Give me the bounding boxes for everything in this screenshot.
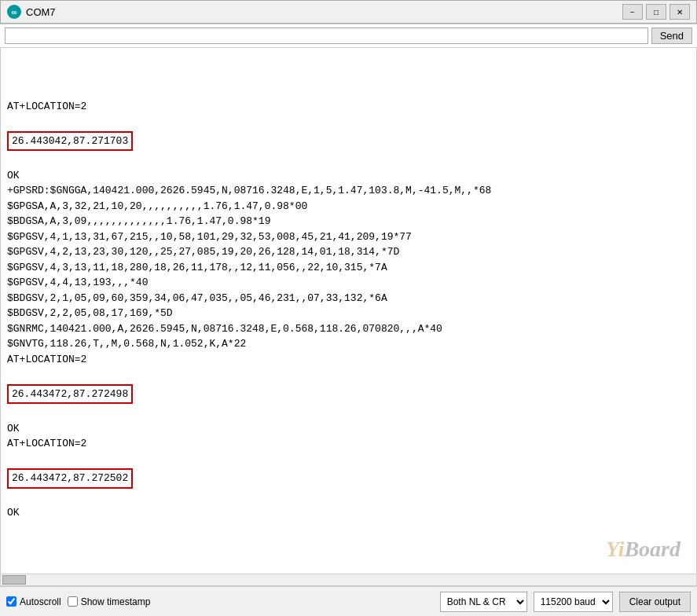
minimize-button[interactable]: −: [622, 4, 643, 20]
output-line: OK: [7, 168, 690, 184]
send-button[interactable]: Send: [651, 28, 692, 44]
clear-output-button[interactable]: Clear output: [619, 592, 691, 612]
autoscroll-label[interactable]: Autoscroll: [6, 596, 61, 607]
maximize-button[interactable]: □: [646, 4, 666, 20]
output-line: $GPGSV,4,2,13,23,30,120,,25,27,085,19,20…: [7, 244, 690, 260]
output-line: $GPGSV,4,1,13,31,67,215,,10,58,101,29,32…: [7, 229, 690, 245]
output-line: [7, 114, 690, 130]
output-line: $GPGSV,4,3,13,11,18,280,18,26,11,178,,12…: [7, 260, 690, 276]
close-button[interactable]: ✕: [669, 4, 690, 20]
title-bar-left: ∞ COM7: [7, 5, 56, 19]
output-line: +GPSRD:$GNGGA,140421.000,2626.5945,N,087…: [7, 183, 690, 199]
arduino-logo-icon: ∞: [7, 5, 21, 19]
serial-output: AT+LOCATION=2 26.443042,87.271703 OK+GPS…: [0, 48, 697, 574]
autoscroll-text: Autoscroll: [20, 596, 61, 607]
watermark: YiBoard: [606, 533, 680, 566]
timestamp-checkbox[interactable]: [68, 596, 78, 607]
output-line: AT+LOCATION=2: [7, 436, 690, 452]
output-line: [7, 152, 690, 168]
output-line: $GPGSA,A,3,32,21,10,20,,,,,,,,,,1.76,1.4…: [7, 199, 690, 214]
output-line: $BDGSV,2,2,05,08,17,169,*5D: [7, 306, 690, 321]
output-line: OK: [7, 505, 690, 521]
output-line: $GNRMC,140421.000,A,2626.5945,N,08716.32…: [7, 321, 690, 337]
output-line: AT+LOCATION=2: [7, 99, 690, 115]
line-ending-select[interactable]: Both NL & CR No line ending Newline Carr…: [440, 592, 527, 612]
horizontal-scrollbar[interactable]: [0, 574, 697, 586]
output-line: [7, 452, 690, 468]
coordinate-box-1: 26.443042,87.271703: [7, 130, 690, 153]
coordinate-box-2: 26.443472,87.272498: [7, 383, 690, 406]
output-line: $BDGSA,A,3,09,,,,,,,,,,,,,1.76,1.47,0.98…: [7, 214, 690, 229]
output-line: AT+LOCATION=2: [7, 352, 690, 368]
timestamp-label[interactable]: Show timestamp: [68, 596, 151, 607]
output-line: [7, 405, 690, 421]
output-line: $BDGSV,2,1,05,09,60,359,34,06,47,035,,05…: [7, 291, 690, 306]
output-line: [7, 490, 690, 506]
command-input[interactable]: [5, 28, 648, 44]
baud-rate-select[interactable]: 115200 baud 9600 baud 57600 baud: [534, 592, 613, 612]
input-bar: Send: [0, 24, 697, 48]
title-bar: ∞ COM7 − □ ✕: [0, 0, 697, 24]
output-line: $GNVTG,118.26,T,,M,0.568,N,1.052,K,A*22: [7, 336, 690, 352]
timestamp-text: Show timestamp: [81, 596, 151, 607]
hscroll-thumb[interactable]: [2, 575, 26, 585]
output-line: $GPGSV,4,4,13,193,,,*40: [7, 275, 690, 291]
autoscroll-checkbox[interactable]: [6, 596, 17, 607]
window-title: COM7: [26, 6, 56, 18]
output-line: OK: [7, 421, 690, 437]
coordinate-box-3: 26.443472,87.272502: [7, 467, 690, 490]
status-bar: Autoscroll Show timestamp Both NL & CR N…: [0, 586, 697, 616]
output-line: [7, 367, 690, 383]
window-controls: − □ ✕: [622, 4, 690, 20]
